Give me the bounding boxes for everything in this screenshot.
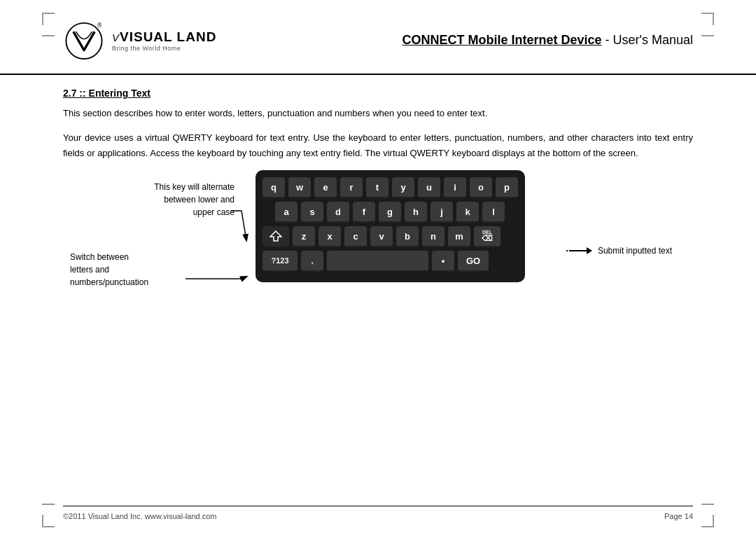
side-mark-right-top bbox=[701, 35, 714, 36]
corner-mark-tr bbox=[701, 13, 714, 25]
corner-mark-bl bbox=[42, 515, 55, 527]
corner-mark-tl bbox=[42, 13, 55, 25]
key-a[interactable]: a bbox=[275, 202, 298, 223]
footer-copyright: ©2011 Visual Land Inc. www.visual-land.c… bbox=[63, 512, 216, 520]
keyboard-row-2: a s d f g h j k l bbox=[262, 202, 518, 223]
keyboard-row-1: q w e r t y u i o p bbox=[262, 177, 518, 198]
logo-tagline: Bring the World Home bbox=[112, 45, 216, 52]
key-o[interactable]: o bbox=[470, 177, 492, 198]
header-title: CONNECT Mobile Internet Device - User's … bbox=[402, 33, 693, 48]
keyboard-row-4: ?123 , • GO bbox=[262, 251, 518, 272]
keyboard[interactable]: q w e r t y u i o p a s d f g bbox=[255, 170, 525, 282]
section-heading: 2.7 :: Entering Text bbox=[63, 88, 693, 99]
key-comma[interactable]: , bbox=[301, 251, 323, 272]
keyboard-diagram: This key will alternate between lower an… bbox=[63, 170, 693, 317]
keyboard-row-3: z x c v b n m DEL ⌫ bbox=[262, 226, 518, 247]
right-arrow-line bbox=[569, 250, 587, 251]
logo-brand-name: VVISUAL LAND bbox=[112, 29, 216, 45]
key-n[interactable]: n bbox=[422, 226, 444, 247]
right-arrow-head-icon bbox=[587, 247, 592, 254]
annotation-arrows-svg bbox=[63, 170, 248, 317]
logo-icon: ® bbox=[63, 21, 105, 60]
main-content: 2.7 :: Entering Text This section descri… bbox=[0, 75, 756, 330]
key-e[interactable]: e bbox=[314, 177, 337, 198]
logo-text: VVISUAL LAND Bring the World Home bbox=[112, 29, 216, 52]
key-space[interactable] bbox=[327, 251, 428, 272]
key-z[interactable]: z bbox=[293, 226, 315, 247]
key-w[interactable]: w bbox=[288, 177, 311, 198]
key-m[interactable]: m bbox=[448, 226, 470, 247]
key-l[interactable]: l bbox=[482, 202, 505, 223]
annotation-right: Submit inputted text bbox=[598, 246, 672, 256]
logo-area: ® VVISUAL LAND Bring the World Home bbox=[63, 21, 216, 60]
key-h[interactable]: h bbox=[405, 202, 427, 223]
key-s[interactable]: s bbox=[301, 202, 323, 223]
key-x[interactable]: x bbox=[318, 226, 341, 247]
side-mark-right-bottom bbox=[701, 504, 714, 505]
key-k[interactable]: k bbox=[456, 202, 479, 223]
header-title-bold: CONNECT Mobile Internet Device bbox=[402, 33, 601, 47]
key-q[interactable]: q bbox=[262, 177, 285, 198]
page-footer: ©2011 Visual Land Inc. www.visual-land.c… bbox=[63, 506, 693, 520]
key-y[interactable]: y bbox=[392, 177, 414, 198]
key-p[interactable]: p bbox=[496, 177, 518, 198]
key-dot[interactable]: • bbox=[432, 251, 454, 272]
key-j[interactable]: j bbox=[430, 202, 453, 223]
key-del[interactable]: DEL ⌫ bbox=[474, 226, 500, 247]
key-g[interactable]: g bbox=[379, 202, 401, 223]
svg-point-0 bbox=[66, 23, 102, 59]
header-title-normal: - User's Manual bbox=[602, 33, 693, 47]
paragraph-1: This section describes how to enter word… bbox=[63, 106, 693, 120]
keyboard-container: q w e r t y u i o p a s d f g bbox=[248, 170, 525, 282]
side-mark-left-top bbox=[42, 35, 55, 36]
left-annotations: This key will alternate between lower an… bbox=[63, 170, 248, 317]
svg-text:®: ® bbox=[97, 22, 102, 29]
key-r[interactable]: r bbox=[340, 177, 363, 198]
del-arrow-icon: ⌫ bbox=[482, 235, 493, 242]
corner-mark-br bbox=[701, 515, 714, 527]
key-c[interactable]: c bbox=[344, 226, 367, 247]
right-annotation-container: Submit inputted text bbox=[566, 246, 672, 256]
key-f[interactable]: f bbox=[353, 202, 375, 223]
side-mark-left-bottom bbox=[42, 504, 55, 505]
key-shift[interactable] bbox=[262, 226, 289, 247]
key-d[interactable]: d bbox=[327, 202, 349, 223]
key-i[interactable]: i bbox=[444, 177, 466, 198]
key-t[interactable]: t bbox=[366, 177, 388, 198]
footer-page-number: Page 14 bbox=[664, 512, 693, 520]
key-numbers[interactable]: ?123 bbox=[262, 251, 298, 272]
right-arrow-dot bbox=[566, 250, 568, 251]
key-b[interactable]: b bbox=[396, 226, 419, 247]
page-header: ® VVISUAL LAND Bring the World Home CONN… bbox=[0, 0, 756, 75]
key-u[interactable]: u bbox=[418, 177, 440, 198]
key-v[interactable]: v bbox=[370, 226, 393, 247]
key-go[interactable]: GO bbox=[458, 251, 489, 272]
paragraph-2: Your device uses a virtual QWERTY keyboa… bbox=[63, 130, 693, 160]
